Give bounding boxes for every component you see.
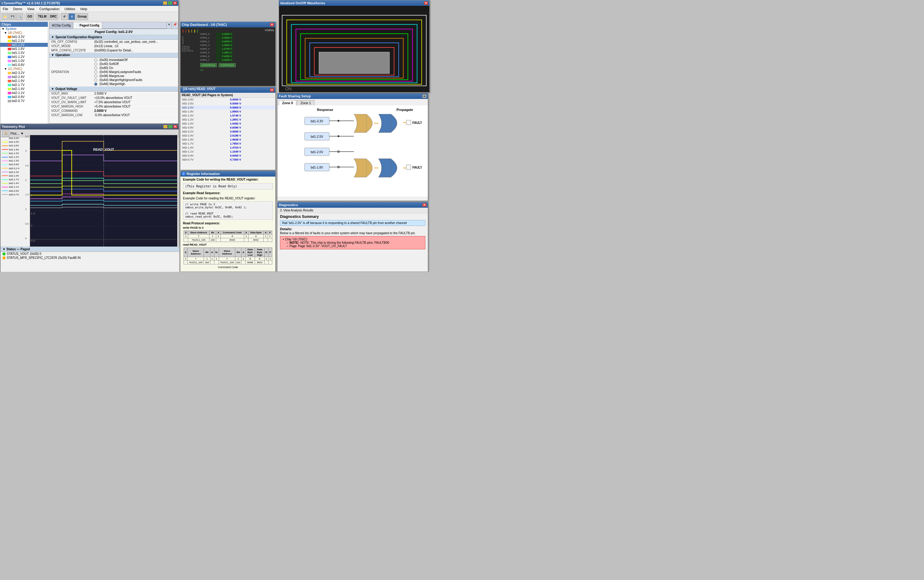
op-marginhigh-ignore[interactable]: (0xA4) MarginHighIgnoreFaults [94,78,176,82]
status-mfr: STATUS_MFR_SPECIFIC_LTC2978 (0x20) Fault… [1,256,179,260]
toolbar: 📁 💾 🔍 GO TELM DRC ↺ V Group [0,12,178,21]
tree-bd2-32[interactable]: bd2-3.2V [0,71,48,75]
op-on[interactable]: (0x80) On [94,66,176,70]
tab-chip-config[interactable]: ⚙ Chip Config [49,22,73,29]
tree-bd2-07[interactable]: bd2-0.7V [0,99,48,103]
circle-icon2: ○ [286,244,288,248]
config-pin-btn[interactable]: 📌 [171,22,178,29]
toolbar-drc[interactable]: DRC [49,13,59,20]
reg-info-content[interactable]: Example Code for writing the READ_VOUT r… [181,176,275,272]
read-vout-titlebar: [16 rails] READ_VOUT ✕ [181,87,275,93]
tree-u0[interactable]: ▼ U0 (7h5C) [0,31,48,35]
tree-bd2-09[interactable]: bd2-0.9V [0,95,48,99]
maximize-button[interactable]: □ [168,1,172,5]
read-vout-tab[interactable]: [16 rails] READ_VOUT [182,87,217,93]
rail-color-icon [8,92,12,94]
or-gate-top [366,114,372,132]
plot-dropdown-icon[interactable]: ▼ [20,132,24,135]
minimize-button[interactable]: ─ [163,1,167,5]
tree-bd1-08[interactable]: bd1-0.8V [0,63,48,67]
read-vout-scroll[interactable]: bd1-3.9V0.0000 V bd1-2.5V0.0000 V bd1-2.… [181,98,275,168]
legend-color-bd2-09 [2,191,8,191]
tree-bd1-33[interactable]: bd1-3.3V [0,35,48,39]
control-btn-0[interactable]: CONTROLE [200,63,217,67]
toolbar-telm[interactable]: TELM [37,13,48,20]
zone-tabs: Zone 0 Zone 1 [278,99,428,105]
config-scroll[interactable]: ▼ Special Configuration Registers ON_OFF… [49,35,178,117]
config-ov-warn: VOUT_OV_WARN_LIMIT +7.5% above/below VOU… [49,100,178,104]
tree-bd1-12[interactable]: bd1-1.2V [0,55,48,59]
op-marginhigh[interactable]: (0xA8) MarginHigh [94,82,176,86]
config-close-btn[interactable]: ✕ [166,22,171,29]
menu-configuration[interactable]: Configuration [38,7,61,11]
voen-area: VOENs VOEN_0 0.0000 V VOEN_1 0.0000 V VO… [200,29,274,85]
op-marginlow-ignore[interactable]: (0x94) MarginLowIgnoreFaults [94,70,176,74]
zone-tab-1[interactable]: Zone 1 [297,100,314,105]
rail-color-icon [8,56,12,58]
plot-home-btn[interactable]: 🏠 [2,130,9,137]
fault-sharing-expand[interactable]: ⇔ [422,94,427,98]
toolbar-group[interactable]: Group [76,13,88,20]
legend-color-bd2-19 [2,175,8,176]
tree-bd2-19[interactable]: bd2-1.9V [0,79,48,83]
paged-config-title: Paged Config: bd1-2.0V [49,29,178,35]
toolbar-go[interactable]: GO [26,13,34,20]
zone-tab-0[interactable]: Zone 0 [279,100,296,105]
telemetry-title: Telemetry Plot [2,125,25,129]
tel-minimize[interactable]: ─ [163,125,168,129]
tel-maximize[interactable]: □ [168,125,173,129]
diag-error-page: ○ Page Page 'bd1-3.3V': VOUT_UV_FAULT [283,244,423,248]
toolbar-v[interactable]: V [68,13,75,20]
op-softoff[interactable]: (0x40) SoftOff [94,62,176,66]
menu-demo[interactable]: Demo [12,7,23,11]
tab-paged-config[interactable]: 📄 Paged Config [73,22,102,29]
legend-color-bd1-15 [2,153,8,153]
rail-label-bd1-25: bd1-2.5V [311,135,324,138]
status-header: ▼ Status — Paged [1,247,179,252]
tree-bd1-20[interactable]: bd1-2.0V [0,43,48,47]
tree-u1[interactable]: ▼ U1 (7h5C) [0,67,48,71]
menu-file[interactable]: File [2,7,10,11]
control-btn-1[interactable]: CONTROLE [219,63,235,67]
toolbar-reset[interactable]: ↺ [61,13,68,20]
tree-bd2-24[interactable]: bd2-2.4V [0,75,48,79]
read-vout-close[interactable]: ✕ [270,88,274,92]
waveform-svg: ON [279,6,429,92]
table-row: bd1-1.5V1.5746 V [181,114,275,118]
svg-text:0.5: 0.5 [31,239,35,242]
read-vout-tabs: [16 rails] READ_VOUT [182,87,217,93]
diag-close[interactable]: ✕ [422,203,427,207]
diag-content[interactable]: 3. View Analysis Results Diagnostics Sum… [278,208,428,272]
tel-close[interactable]: ✕ [173,125,178,129]
toolbar-open[interactable]: 📁 [2,13,8,20]
toolbar-save[interactable]: 💾 [9,13,16,20]
toolbar-search[interactable]: 🔍 [16,13,23,20]
op-immediate[interactable]: (0x00) ImmediateOff [94,58,176,62]
menu-utilities[interactable]: Utilities [63,7,76,11]
tree-bd1-10[interactable]: bd1-1.0V [0,59,48,63]
paged-config-icon: 📄 [76,24,79,27]
tree-bd2-17[interactable]: bd2-1.7V [0,83,48,87]
read-proto-vals: 7b1011_100 1b0 7b1011_100 1b1 8h8B 8h02 [184,261,272,264]
tree-bd2-11[interactable]: bd2-1.1V [0,91,48,95]
tree-bd1-15[interactable]: bd1-1.5V [0,51,48,55]
menu-help[interactable]: Help [79,7,89,11]
tree-bd1-25[interactable]: bd1-2.5V [0,39,48,43]
config-on-off: ON_OFF_CONFIG (0x1E) controlled_on, use_… [49,40,178,44]
led-orange [188,29,189,33]
config-area: ⚙ Chip Config 📄 Paged Config ✕ 📌 Paged C… [49,22,178,124]
close-button[interactable]: ✕ [173,1,177,5]
diag-error-chip: • Chip 'U0 (7h5C)' [283,237,423,241]
waveforms-close[interactable]: ✕ [424,1,428,5]
tree-bd1-18[interactable]: bd1-1.8V [0,47,48,51]
legend-color-bd2-17 [2,180,8,180]
config-vout-cmd: VOUT_COMMAND 2.0000 V [49,109,178,113]
command-code-label: Command Code [181,266,275,269]
tree-bd2-14[interactable]: bd2-1.4V [0,87,48,91]
yaxis-25: 2.5 [25,164,29,167]
led-red2 [186,29,187,33]
dashboard-close[interactable]: ✕ [270,23,274,26]
tree-system[interactable]: ▼ System [0,27,48,31]
menu-view[interactable]: View [26,7,36,11]
op-marginlow[interactable]: (0x98) MarginLow [94,74,176,78]
